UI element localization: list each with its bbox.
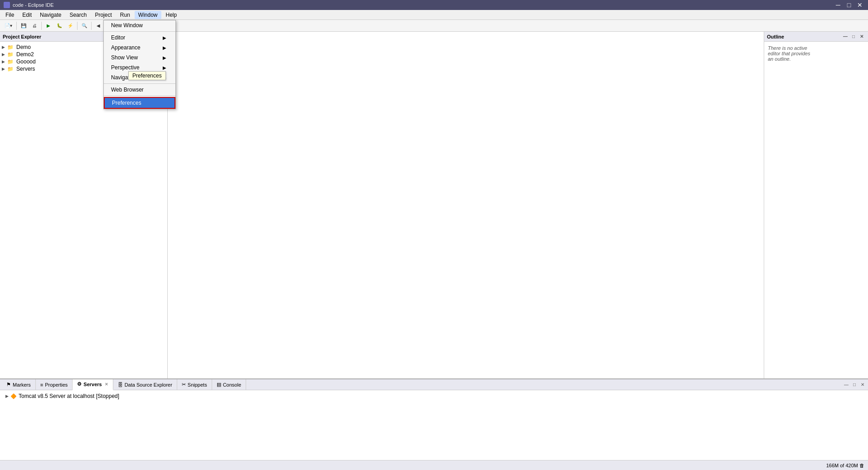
folder-icon-demo2: 📁 (7, 52, 15, 58)
project-explorer-title: Project Explorer (3, 34, 41, 39)
tab-properties-label: Properties (45, 382, 68, 388)
bottom-maximize[interactable]: □ (851, 381, 858, 388)
preferences-tooltip-text: Preferences (132, 73, 162, 79)
menu-sep-3 (104, 96, 175, 96)
title-left: code - Eclipse IDE (4, 2, 53, 8)
debug-button[interactable]: 🐛 (54, 21, 64, 31)
outline-title: Outline (767, 34, 784, 39)
bottom-tabs-right: — □ ✕ (843, 381, 868, 388)
app-icon (4, 2, 10, 8)
toolbar-sep-3 (77, 22, 78, 30)
menu-run[interactable]: Run (116, 11, 134, 19)
menu-web-browser[interactable]: Web Browser (104, 85, 175, 95)
tab-console-label: Console (223, 382, 241, 388)
menu-sep-1 (104, 31, 175, 32)
tree-arrow-servers: ▶ (2, 67, 7, 71)
menu-project[interactable]: Project (91, 11, 115, 19)
close-button[interactable]: ✕ (855, 1, 864, 9)
menu-appearance[interactable]: Appearance ▶ (104, 43, 175, 53)
editor-label: Editor (111, 34, 125, 41)
preferences-label: Preferences (112, 100, 141, 106)
outline-controls: — □ ✕ (842, 33, 865, 40)
tab-data-source[interactable]: 🗄 Data Source Explorer (113, 379, 177, 390)
bottom-tabs-left: ⚑ Markers ≡ Properties ⚙ Servers ✕ 🗄 Dat… (2, 379, 246, 390)
menu-search[interactable]: Search (66, 11, 90, 19)
folder-icon-servers: 📁 (7, 66, 15, 72)
web-browser-label: Web Browser (111, 87, 144, 93)
toolbar-sep-4 (91, 22, 92, 30)
gc-icon[interactable]: 🗑 (859, 463, 864, 468)
show-view-label: Show View (111, 54, 138, 61)
save-button[interactable]: 💾 (19, 21, 29, 31)
console-icon: ▤ (217, 382, 221, 388)
tab-data-source-label: Data Source Explorer (125, 382, 172, 388)
tab-markers-label: Markers (13, 382, 31, 388)
appearance-submenu-arrow: ▶ (163, 45, 166, 50)
menu-window[interactable]: Window (135, 11, 161, 19)
menu-navigate[interactable]: Navigate (36, 11, 65, 19)
bottom-minimize[interactable]: — (843, 381, 850, 388)
data-source-icon: 🗄 (118, 382, 123, 388)
menu-sep-2 (104, 83, 175, 84)
tab-console[interactable]: ▤ Console (212, 379, 246, 390)
server-row-tomcat[interactable]: ▶ 🔶 Tomcat v8.5 Server at localhost [Sto… (4, 392, 864, 400)
title-controls: ─ □ ✕ (834, 1, 864, 9)
tree-label-demo2: Demo2 (16, 51, 34, 58)
server-icon-tomcat: 🔶 (10, 393, 17, 399)
perspective-label: Perspective (111, 64, 140, 71)
outline-header: Outline — □ ✕ (764, 32, 868, 42)
preferences-tooltip: Preferences (128, 71, 166, 80)
memory-label: 166M of 420M (826, 463, 858, 468)
tree-arrow-demo2: ▶ (2, 52, 7, 57)
back-button[interactable]: ◀ (93, 21, 103, 31)
show-view-submenu-arrow: ▶ (163, 55, 166, 60)
title-bar: code - Eclipse IDE ─ □ ✕ (0, 0, 868, 10)
tree-arrow-demo: ▶ (2, 45, 7, 49)
folder-icon-demo: 📁 (7, 44, 15, 50)
tab-markers[interactable]: ⚑ Markers (2, 379, 36, 390)
minimize-button[interactable]: ─ (834, 1, 843, 9)
menu-show-view[interactable]: Show View ▶ (104, 53, 175, 63)
bottom-close[interactable]: ✕ (859, 381, 866, 388)
menu-help[interactable]: Help (162, 11, 181, 19)
server-expand-arrow: ▶ (5, 394, 9, 398)
outline-maximize[interactable]: □ (850, 33, 857, 40)
servers-tab-close[interactable]: ✕ (105, 382, 108, 387)
search-button[interactable]: 🔍 (79, 21, 89, 31)
servers-content: ▶ 🔶 Tomcat v8.5 Server at localhost [Sto… (0, 390, 868, 460)
menu-file[interactable]: File (2, 11, 18, 19)
outline-minimize[interactable]: — (842, 33, 849, 40)
window-title: code - Eclipse IDE (13, 2, 53, 8)
outline-message: There is no activeeditor that providesan… (764, 42, 868, 65)
folder-icon-gooood: 📁 (7, 59, 15, 65)
status-bar: 166M of 420M 🗑 (0, 460, 868, 470)
maximize-button[interactable]: □ (844, 1, 853, 9)
tree-label-servers: Servers (16, 66, 35, 72)
window-dropdown-menu: New Window Editor ▶ Appearance ▶ Show Vi… (103, 20, 176, 109)
menu-bar: File Edit Navigate Search Project Run Wi… (0, 10, 868, 20)
appearance-label: Appearance (111, 44, 141, 51)
outline-close[interactable]: ✕ (858, 33, 865, 40)
menu-editor[interactable]: Editor ▶ (104, 33, 175, 43)
menu-edit[interactable]: Edit (19, 11, 35, 19)
run-button[interactable]: ▶ (44, 21, 53, 31)
properties-icon: ≡ (40, 382, 43, 388)
tab-snippets[interactable]: ✂ Snippets (177, 379, 212, 390)
profile-button[interactable]: ⚡ (65, 21, 75, 31)
markers-icon: ⚑ (6, 382, 11, 388)
menu-preferences[interactable]: Preferences (104, 97, 175, 109)
tree-label-gooood: Gooood (16, 58, 36, 65)
tab-properties[interactable]: ≡ Properties (36, 379, 73, 390)
toolbar-sep-2 (41, 22, 42, 30)
editor-submenu-arrow: ▶ (163, 35, 166, 40)
print-button[interactable]: 🖨 (29, 21, 39, 31)
perspective-submenu-arrow: ▶ (163, 65, 166, 70)
tab-servers-label: Servers (83, 382, 102, 387)
bottom-panel: ⚑ Markers ≡ Properties ⚙ Servers ✕ 🗄 Dat… (0, 378, 868, 460)
menu-new-window[interactable]: New Window (104, 20, 175, 30)
new-window-label: New Window (111, 22, 143, 29)
tree-label-demo: Demo (16, 44, 31, 50)
new-button[interactable]: 📄▾ (2, 21, 15, 31)
tab-servers[interactable]: ⚙ Servers ✕ (73, 379, 113, 390)
snippets-icon: ✂ (182, 382, 186, 388)
